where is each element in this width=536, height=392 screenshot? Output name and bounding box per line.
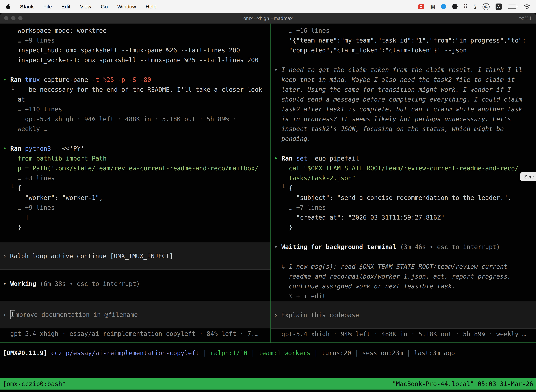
menu-window[interactable]: Window [117,4,136,9]
terminal-line: at [3,94,270,104]
menu-view[interactable]: View [80,4,91,9]
battery-percent-badge[interactable]: 61 [482,3,489,10]
terminal-line [274,232,536,242]
keyboard-input-source-icon[interactable]: A [495,3,502,10]
apple-menu-icon[interactable] [6,4,10,9]
omx-session-status-line: [OMX#0.11.9] cczip/essay/ai-reimplementa… [3,348,536,358]
terminal-line: from pathlib import Path [3,154,270,163]
terminal-pane-right[interactable]: … +16 lines '{"team_name":"my-team","tas… [271,23,536,342]
terminal-line: ⌥ + ↑ edit [274,291,536,301]
traffic-lights [4,16,23,20]
terminal-line [3,65,270,75]
window-title-bar[interactable]: omx --xhigh --madmax ⌥⌘1 [0,13,536,23]
terminal-line: • Ran set -euo pipefail [274,154,536,163]
terminal-line: └ be necessary for the end of the README… [3,85,270,94]
terminal-line: readme-and-reco/mailbox/worker-1.json, a… [274,271,536,281]
menu-go[interactable]: Go [101,4,108,9]
zoom-button[interactable] [18,16,23,20]
screen-toast[interactable]: Scre [520,172,536,181]
left-pane-output: workspace_mode: worktree … +9 lines insp… [3,26,270,232]
blue-app-status-icon[interactable] [441,4,446,9]
terminal-line: • Waiting for background terminal (3m 46… [274,242,536,252]
terminal-line [274,55,536,65]
terminal-line: pending. [274,134,536,144]
battery-nub [517,6,517,7]
menu-file[interactable]: File [43,4,52,9]
left-model-status-line: gpt-5.4 xhigh · essay/ai-reimplementatio… [3,329,270,339]
terminal: workspace_mode: worktree … +9 lines insp… [0,23,536,392]
terminal-line: … +9 lines [3,203,270,213]
terminal-line [274,252,536,262]
terminal-line [274,144,536,154]
active-app-menu[interactable]: Slack [20,4,34,9]
terminal-line: [OMX#0.11.9] cczip/essay/ai-reimplementa… [3,348,536,358]
terminal-line: inspect_hud: omx sparkshell --tmux-pane … [3,45,270,55]
terminal-line: inspect task2's JSON, focusing on the st… [274,124,536,134]
terminal-line: should send a message before completing … [274,94,536,104]
terminal-pane-left[interactable]: workspace_mode: worktree … +9 lines insp… [0,23,270,342]
terminal-line: "subject": "send a concise recommendatio… [274,193,536,203]
terminal-line: gpt-5.4 xhigh · 94% left · 488K in · 5.1… [3,114,270,124]
prompt-placeholder: mprove documentation in @filename [15,311,138,318]
terminal-line: continue assigned work or next feasible … [274,281,536,291]
left-prompt-input[interactable]: ›Improve documentation in @filename [0,301,270,328]
terminal-line: task2 after task1 is complete, but can I… [274,104,536,114]
text-cursor: I [10,310,15,319]
tmux-status-bar: [omx-cczip0:bash* "MacBook-Pro-44.local"… [0,378,536,390]
prompt-placeholder: Explain this codebase [281,311,359,318]
terminal-line: • Ran python3 - <<'PY' [3,144,270,154]
terminal-line: weekly … [3,124,270,134]
terminal-line: "completed","claim_token":"claim-token"}… [274,45,536,55]
dark-app-status-icon[interactable] [452,4,458,9]
left-prompt-injected[interactable]: ›Ralph loop active continue [OMX_TMUX_IN… [0,242,270,270]
wifi-icon[interactable] [523,4,530,9]
terminal-line: } [3,222,270,232]
terminal-line: … +16 lines [274,26,536,36]
terminal-line: • Working (6m 38s • esc to interrupt) [3,279,270,289]
terminal-line [3,134,270,144]
minimize-button[interactable] [11,16,15,20]
battery-body [508,5,516,9]
terminal-line: cat "$OMX_TEAM_STATE_ROOT/team/review-cu… [274,163,536,173]
close-button[interactable] [4,16,9,20]
terminal-line: "created_at": "2026-03-31T11:59:27.816Z" [274,213,536,222]
misc-status-icon[interactable]: § [474,4,476,9]
terminal-line: • Ran tmux capture-pane -t %25 -p -S -80 [3,75,270,85]
stop-square-icon [420,5,422,8]
prompt-chevron-icon: › [3,311,6,318]
window-shortcut-hint: ⌥⌘1 [519,16,532,21]
prompt-chevron-icon: › [274,311,278,318]
terminal-line: … +3 lines [3,173,270,183]
terminal-line: └ { [3,183,270,193]
terminal-line: later. Using the same for transition mig… [274,85,536,94]
right-model-status-line: gpt-5.4 xhigh · 94% left · 488K in · 5.1… [274,329,536,339]
window-title: omx --xhigh --madmax [243,15,293,21]
working-status-line: • Working (6m 38s • esc to interrupt) [3,279,270,289]
battery-icon[interactable] [508,5,517,9]
right-prompt-input[interactable]: ›Explain this codebase [271,301,536,329]
apple-logo-icon [6,4,10,9]
terminal-line: "worker": "worker-1", [3,193,270,203]
macos-menu-bar: Slack File Edit View Go Window Help ▦ ⠿ … [0,0,536,13]
menu-help[interactable]: Help [146,4,157,9]
terminal-line: tasks/task-2.json" [274,173,536,183]
terminal-line: ↳ 1 new msg(s): read $OMX_TEAM_STATE_ROO… [274,262,536,271]
terminal-line: inspect_worker-1: omx sparkshell --tmux-… [3,55,270,65]
tmux-host-clock-label: "MacBook-Pro-44.local" 05:03 31-Mar-26 [392,380,533,387]
display-grid-icon[interactable]: ▦ [430,3,435,10]
terminal-line: • I need to get the claim token from the… [274,65,536,75]
terminal-line: is in progress? It seems likely but perh… [274,114,536,124]
dots-grid-icon[interactable]: ⠿ [464,3,467,10]
terminal-line: … +7 lines [274,203,536,213]
terminal-line: … +110 lines [3,104,270,114]
prompt-text: Ralph loop active continue [OMX_TMUX_INJ… [10,252,173,259]
screen: Slack File Edit View Go Window Help ▦ ⠿ … [0,0,536,392]
terminal-line: workspace_mode: worktree [3,26,270,36]
terminal-line: p = Path('.omx/state/team/review-current… [3,163,270,173]
menu-edit[interactable]: Edit [61,4,71,9]
screen-recording-indicator-icon[interactable] [418,4,424,9]
tmux-session-label: [omx-cczip0:bash* [3,380,66,387]
terminal-line: └ { [274,183,536,193]
prompt-chevron-icon: › [3,252,6,259]
right-pane-output: … +16 lines '{"team_name":"my-team","tas… [274,26,536,301]
